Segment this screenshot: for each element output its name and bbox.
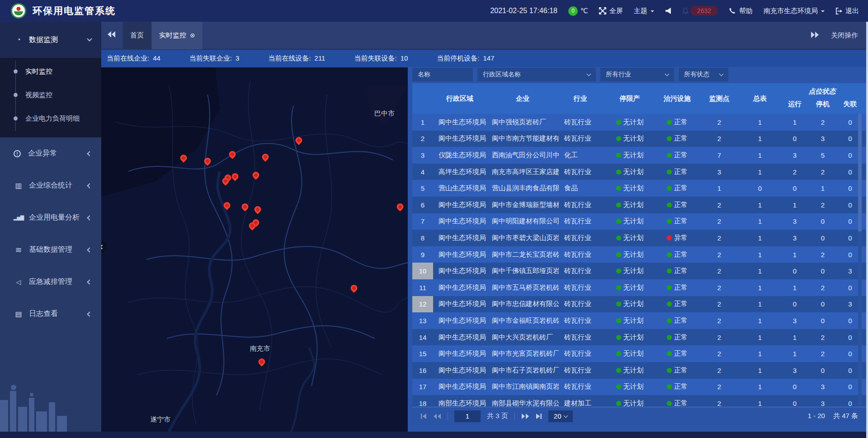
table-row[interactable]: 2 阆中生态环境局 阆中市南方节能建材有 砖瓦行业 无计划 正常 2	[412, 131, 866, 147]
table-row[interactable]: 17 阆中生态环境局 阆中市江南镇阆南页岩 砖瓦行业 无计划 正常 2	[412, 379, 866, 396]
cell-limit: 无计划	[602, 329, 658, 346]
cell-region: 仪陇生态环境局	[433, 147, 486, 164]
status-dot-green	[616, 252, 621, 257]
stat-item: 当前停机设备: 147	[437, 54, 494, 63]
table-row[interactable]: 12 阆中生态环境局 阆中市忠信建材有限公 砖瓦行业 无计划 正常 2	[412, 296, 866, 313]
cell-points: 2	[697, 213, 742, 230]
sidebar-subitem[interactable]: 视频监控	[0, 83, 101, 107]
sidebar-item[interactable]: 基础数据管理	[0, 234, 101, 266]
cell-company: 南充市高坪区王家店建	[486, 164, 559, 180]
cell-region: 阆中生态环境局	[433, 329, 486, 346]
alert-circle-icon	[14, 150, 21, 157]
cell-run: 2	[778, 164, 811, 180]
cell-facility: 正常	[658, 180, 697, 197]
cell-row-number: 8	[412, 230, 433, 246]
table-row[interactable]: 9 阆中生态环境局 阆中市二龙长宝页岩砖 砖瓦行业 无计划 正常 2	[412, 246, 866, 263]
table-row[interactable]: 8 阆中生态环境局 阆中市枣碧大梁山页岩 砖瓦行业 无计划 异常 2	[412, 230, 866, 246]
theme-dropdown[interactable]: 主题	[634, 7, 654, 15]
fullscreen-button[interactable]: 全屏	[599, 7, 623, 15]
cell-meter: 1	[742, 379, 778, 396]
table-row[interactable]: 4 高坪生态环境局 南充市高坪区王家店建 砖瓦行业 无计划 正常 3	[412, 164, 866, 180]
table-row[interactable]: 3 仪陇生态环境局 西南油气田分公司川中 化工 无计划 正常 7	[412, 147, 866, 164]
status-dot-green	[616, 368, 621, 373]
prev-page-button[interactable]	[433, 413, 441, 419]
table-panel: 名称 行政区域名称 所有行业 所有状态 行政区域 企业	[412, 67, 866, 432]
city-label: 巴中市	[374, 109, 395, 118]
col-company: 企业	[486, 83, 559, 114]
table-row[interactable]: 15 阆中生态环境局 阆中市光富页岩机砖厂 砖瓦行业 无计划 正常 2	[412, 345, 866, 362]
help-button[interactable]: 帮助	[729, 7, 753, 15]
bell-icon	[682, 8, 689, 14]
page-size-select[interactable]: 20	[548, 410, 573, 422]
first-page-button[interactable]	[420, 413, 427, 419]
cell-run: 1	[778, 345, 811, 362]
logout-button[interactable]: 退出	[835, 7, 859, 15]
notification-area[interactable]: 2632	[682, 6, 718, 16]
name-search-input[interactable]: 名称	[412, 68, 473, 81]
cell-meter: 1	[742, 296, 778, 313]
sidebar-item[interactable]: 企业异常	[0, 137, 101, 170]
page-scrollbar[interactable]	[866, 22, 868, 438]
table-scrollbar[interactable]	[858, 114, 862, 407]
layers-icon	[14, 245, 24, 255]
table-row[interactable]: 14 阆中生态环境局 阆中大兴页岩机砖厂 砖瓦行业 无计划 正常 2	[412, 329, 866, 346]
cell-limit: 无计划	[602, 345, 658, 362]
page-number-input[interactable]: 1	[454, 410, 481, 422]
stat-item: 当前在线企业: 44	[107, 54, 160, 63]
sidebar-item-data-monitoring[interactable]: ◔ 数据监测	[0, 22, 101, 58]
user-dropdown[interactable]: 南充市生态环境局	[764, 7, 825, 15]
cell-facility: 正常	[658, 329, 697, 346]
cell-region: 阆中生态环境局	[433, 246, 486, 263]
industry-select[interactable]: 所有行业	[600, 68, 674, 81]
table-row[interactable]: 11 阆中生态环境局 阆中市五马桥页岩机砖 砖瓦行业 无计划 正常 2	[412, 279, 866, 296]
table-row[interactable]: 6 阆中生态环境局 阆中市金博瑞新型墙材 砖瓦行业 无计划 正常 2	[412, 197, 866, 213]
sidebar-item[interactable]: 企业综合统计	[0, 170, 101, 202]
tab-close-icon[interactable]: ⊗	[190, 32, 195, 39]
cell-row-number: 11	[412, 279, 433, 296]
cell-limit: 无计划	[602, 114, 658, 131]
table-row[interactable]: 10 阆中生态环境局 阆中千佛镇五郎垭页岩 砖瓦行业 无计划 正常 2	[412, 263, 866, 279]
tabs-scroll-right-button[interactable]	[811, 32, 819, 39]
sidebar-item[interactable]: 日志查看	[0, 298, 101, 330]
cell-company: 阆中明阳建材有限公司	[486, 213, 559, 230]
sidebar-subitem[interactable]: 实时监控	[0, 60, 101, 83]
table-scrollbar-thumb[interactable]	[858, 114, 862, 231]
cell-stop: 0	[811, 312, 834, 329]
table-row[interactable]: 18 南部生态环境局 南部县砌华水泥有限公 建材加工 无计划 正常 2	[412, 395, 866, 407]
cell-run: 1	[778, 197, 811, 213]
table-row[interactable]: 13 阆中生态环境局 阆中市金福旺页岩机砖 砖瓦行业 无计划 正常 2	[412, 312, 866, 329]
status-dot-green	[616, 186, 621, 191]
status-dot-green	[616, 318, 621, 323]
bottom-edge-strip	[0, 432, 868, 438]
sidebar-item[interactable]: 应急减排管理	[0, 266, 101, 298]
map-panel[interactable]: 巴中市 南充市 遂宁市	[101, 67, 408, 432]
cell-company: 阆中市江南镇阆南页岩	[486, 379, 559, 396]
region-select[interactable]: 行政区域名称	[477, 68, 596, 81]
cell-points: 2	[697, 329, 742, 346]
sidebar-subitem[interactable]: 企业电力负荷明细	[0, 107, 101, 130]
cell-meter: 1	[742, 329, 778, 346]
cell-facility: 异常	[658, 230, 697, 246]
table-row[interactable]: 5 营山生态环境局 营山县润丰肉食品有限 食品 无计划 正常 1	[412, 180, 866, 197]
tab[interactable]: 实时监控 ⊗	[152, 21, 203, 49]
table-row[interactable]: 1 阆中生态环境局 阆中强锐页岩砖厂 砖瓦行业 无计划 正常 2	[412, 114, 866, 131]
table-row[interactable]: 16 阆中生态环境局 阆中市石子页岩机砖厂 砖瓦行业 无计划 正常 2	[412, 362, 866, 379]
tab[interactable]: 首页	[123, 21, 151, 49]
cell-meter: 1	[742, 345, 778, 362]
cell-stop: 2	[811, 197, 834, 213]
sidebar-submenu: 实时监控 视频监控 企业电力负荷明细	[0, 58, 101, 137]
close-operations-dropdown[interactable]: 关闭操作	[831, 31, 858, 40]
status-select[interactable]: 所有状态	[679, 68, 728, 81]
total-count-label: 共 47 条	[833, 412, 858, 420]
sound-toggle-button[interactable]	[665, 7, 671, 14]
cell-points: 2	[697, 263, 742, 279]
sidebar-item[interactable]: 企业用电量分析	[0, 202, 101, 234]
cell-industry: 砖瓦行业	[559, 263, 602, 279]
next-page-button[interactable]	[521, 413, 529, 419]
last-page-button[interactable]	[536, 413, 542, 419]
phone-icon	[729, 7, 736, 14]
cell-points: 2	[697, 312, 742, 329]
tabs-scroll-left-button[interactable]	[108, 31, 116, 39]
cell-company: 阆中大兴页岩机砖厂	[486, 329, 559, 346]
table-row[interactable]: 7 阆中生态环境局 阆中明阳建材有限公司 砖瓦行业 无计划 正常 2	[412, 213, 866, 230]
